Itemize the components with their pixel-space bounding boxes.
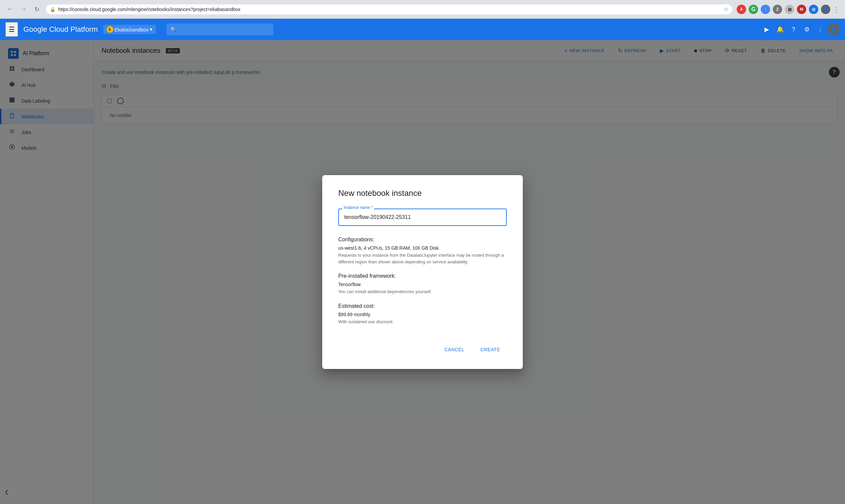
new-instance-dialog: New notebook instance Instance name * Co… — [322, 175, 523, 369]
configurations-value: us-west1-b, 4 vCPUs, 15 GB RAM, 100 GB D… — [338, 245, 507, 251]
cloud-shell-button[interactable]: ▶ — [761, 23, 773, 35]
url-text: https://console.cloud.google.com/mlengin… — [58, 7, 721, 12]
hamburger-menu[interactable]: ☰ — [5, 22, 18, 37]
more-button[interactable]: ⋮ — [814, 23, 826, 35]
configurations-section: Configurations: us-west1-b, 4 vCPUs, 15 … — [338, 237, 507, 265]
ext-icon-6[interactable]: ◎ — [809, 5, 818, 14]
forward-button[interactable]: → — [19, 5, 28, 14]
ext-icon-g[interactable]: G — [749, 5, 758, 14]
gcp-topbar: ☰ Google Cloud Platform E EkabaSandbox ▾… — [0, 19, 845, 40]
project-dropdown-icon: ▾ — [150, 26, 152, 32]
create-button[interactable]: CREATE — [474, 344, 507, 356]
cost-title: Estimated cost: — [338, 303, 507, 309]
configurations-desc: Requests to your instance from the Datal… — [338, 252, 507, 265]
instance-name-label: Instance name * — [342, 205, 374, 210]
gcp-logo-text: Google Cloud Platform — [23, 25, 98, 34]
project-selector[interactable]: E EkabaSandbox ▾ — [103, 25, 156, 34]
cancel-button[interactable]: CANCEL — [437, 344, 471, 356]
address-bar[interactable]: 🔒 https://console.cloud.google.com/mleng… — [46, 4, 733, 15]
bookmark-icon: ☆ — [724, 6, 729, 12]
instance-name-field-container: Instance name * — [338, 209, 507, 226]
project-name: EkabaSandbox — [115, 27, 149, 32]
browser-chrome: ← → ↻ 🔒 https://console.cloud.google.com… — [0, 0, 845, 19]
help-button[interactable]: ? — [788, 23, 799, 35]
ext-icon-4[interactable]: ▤ — [785, 5, 794, 14]
topbar-icons: ▶ 🔔 ? ⚙ ⋮ 👤 — [761, 23, 840, 35]
ext-icon-avatar[interactable]: 👤 — [821, 5, 830, 14]
project-icon: E — [107, 26, 113, 33]
notification-button[interactable]: 🔔 — [774, 23, 786, 35]
search-icon: 🔍 — [170, 27, 176, 32]
dialog-title: New notebook instance — [338, 188, 507, 198]
browser-extensions: A G ↑ Z ▤ M ◎ 👤 ⋮ — [737, 5, 840, 14]
configurations-title: Configurations: — [338, 237, 507, 242]
back-button[interactable]: ← — [5, 5, 15, 14]
cost-desc: With sustained use discount. — [338, 319, 507, 325]
ext-icon-1[interactable]: A — [737, 5, 746, 14]
main-layout: AI Platform Dashboard AI Hub — [0, 40, 845, 504]
framework-section: Pre-installed framework: Tensorflow You … — [338, 273, 507, 295]
reload-button[interactable]: ↻ — [32, 5, 41, 14]
browser-menu[interactable]: ⋮ — [833, 5, 840, 13]
framework-value: Tensorflow — [338, 282, 507, 287]
search-bar[interactable]: 🔍 — [166, 23, 273, 35]
instance-name-input[interactable] — [338, 209, 507, 226]
dialog-actions: CANCEL CREATE — [338, 338, 507, 356]
lock-icon: 🔒 — [50, 7, 55, 12]
ext-icon-2[interactable]: ↑ — [761, 5, 770, 14]
cost-value: $99.89 monthly — [338, 312, 507, 317]
framework-desc: You can install additional dependencies … — [338, 288, 507, 295]
cost-section: Estimated cost: $99.89 monthly With sust… — [338, 303, 507, 325]
user-avatar[interactable]: 👤 — [828, 23, 840, 35]
modal-overlay[interactable]: New notebook instance Instance name * Co… — [0, 40, 845, 504]
settings-button[interactable]: ⚙ — [801, 23, 813, 35]
ext-icon-5[interactable]: M — [797, 5, 806, 14]
framework-title: Pre-installed framework: — [338, 273, 507, 279]
ext-icon-3[interactable]: Z — [773, 5, 782, 14]
